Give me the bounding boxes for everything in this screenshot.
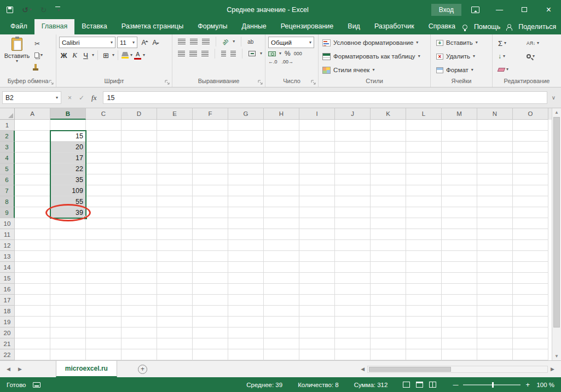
cell-G13[interactable] [228,251,264,262]
cell-I17[interactable] [299,295,335,306]
cell-H14[interactable] [264,262,299,273]
cell-E13[interactable] [157,251,193,262]
cell-F19[interactable] [193,317,228,327]
cell-C10[interactable] [86,218,122,229]
cell-H18[interactable] [264,306,299,317]
cell-C7[interactable] [86,185,122,196]
cell-K2[interactable] [371,131,406,142]
cell-I3[interactable] [299,142,335,153]
cell-F6[interactable] [193,174,228,185]
cut-button[interactable]: ✂ [34,39,43,48]
cell-G1[interactable] [228,120,264,131]
cell-K9[interactable] [371,207,406,218]
cell-L3[interactable] [406,142,442,153]
zoom-out-button[interactable]: — [453,382,458,388]
cell-I5[interactable] [299,163,335,174]
cell-J14[interactable] [335,262,371,273]
cell-G7[interactable] [228,185,264,196]
number-dialog-launcher[interactable] [311,80,316,85]
cell-E19[interactable] [157,317,193,327]
cell-H5[interactable] [264,163,299,174]
cell-L22[interactable] [406,349,442,360]
cell-B21[interactable] [50,338,86,349]
column-header-D[interactable]: D [122,108,157,120]
cell-H16[interactable] [264,284,299,295]
cell-I4[interactable] [299,153,335,163]
cell-K12[interactable] [371,240,406,251]
cell-H13[interactable] [264,251,299,262]
cell-K16[interactable] [371,284,406,295]
row-header-12[interactable]: 12 [0,240,15,251]
cell-J15[interactable] [335,273,371,284]
font-color-button[interactable]: А [134,51,141,60]
cell-L14[interactable] [406,262,442,273]
cell-I19[interactable] [299,317,335,327]
vertical-scrollbar[interactable]: ▲ ▼ [552,108,561,360]
column-header-K[interactable]: K [371,108,406,120]
cell-G21[interactable] [228,338,264,349]
cell-D1[interactable] [122,120,157,131]
cell-K6[interactable] [371,174,406,185]
row-header-22[interactable]: 22 [0,349,15,360]
cell-I15[interactable] [299,273,335,284]
cell-O11[interactable] [513,229,548,240]
cell-A13[interactable] [15,251,50,262]
cell-F17[interactable] [193,295,228,306]
row-header-9[interactable]: 9 [0,207,15,218]
cell-E4[interactable] [157,153,193,163]
row-header-8[interactable]: 8 [0,196,15,207]
expand-formula-bar-icon[interactable]: ∨ [547,95,560,101]
row-header-11[interactable]: 11 [0,229,15,240]
cell-G16[interactable] [228,284,264,295]
cell-D8[interactable] [122,196,157,207]
number-format-combo[interactable]: Общий▾ [268,37,314,48]
cell-L8[interactable] [406,196,442,207]
cell-K15[interactable] [371,273,406,284]
cell-O22[interactable] [513,349,548,360]
cell-N1[interactable] [477,120,513,131]
cell-D7[interactable] [122,185,157,196]
fill-handle[interactable] [84,216,88,220]
cell-B5[interactable]: 22 [50,163,86,174]
formula-input[interactable]: 15 [103,91,547,104]
cell-M5[interactable] [442,163,477,174]
column-header-L[interactable]: L [406,108,442,120]
cell-F21[interactable] [193,338,228,349]
cell-A4[interactable] [15,153,50,163]
row-header-17[interactable]: 17 [0,295,15,306]
row-header-4[interactable]: 4 [0,153,15,163]
cell-E21[interactable] [157,338,193,349]
cell-B6[interactable]: 35 [50,174,86,185]
cell-A14[interactable] [15,262,50,273]
align-middle-button[interactable] [190,39,198,45]
cell-D3[interactable] [122,142,157,153]
cell-E22[interactable] [157,349,193,360]
cell-E17[interactable] [157,295,193,306]
cell-N5[interactable] [477,163,513,174]
tab-данные[interactable]: Данные [235,19,274,34]
cell-D14[interactable] [122,262,157,273]
cell-E2[interactable] [157,131,193,142]
cell-B10[interactable] [50,218,86,229]
cell-C16[interactable] [86,284,122,295]
cell-E9[interactable] [157,207,193,218]
cell-D12[interactable] [122,240,157,251]
cell-A6[interactable] [15,174,50,185]
cell-H17[interactable] [264,295,299,306]
cell-G17[interactable] [228,295,264,306]
cell-B22[interactable] [50,349,86,360]
cell-N14[interactable] [477,262,513,273]
cell-C2[interactable] [86,131,122,142]
column-header-G[interactable]: G [228,108,264,120]
cell-F2[interactable] [193,131,228,142]
cell-K10[interactable] [371,218,406,229]
alignment-dialog-launcher[interactable] [258,80,263,85]
cell-M4[interactable] [442,153,477,163]
cell-N21[interactable] [477,338,513,349]
tab-рецензирование[interactable]: Рецензирование [274,19,341,34]
wrap-text-button[interactable]: ab [247,39,253,45]
row-header-10[interactable]: 10 [0,218,15,229]
maximize-button[interactable] [512,0,536,19]
cell-D21[interactable] [122,338,157,349]
cell-L2[interactable] [406,131,442,142]
